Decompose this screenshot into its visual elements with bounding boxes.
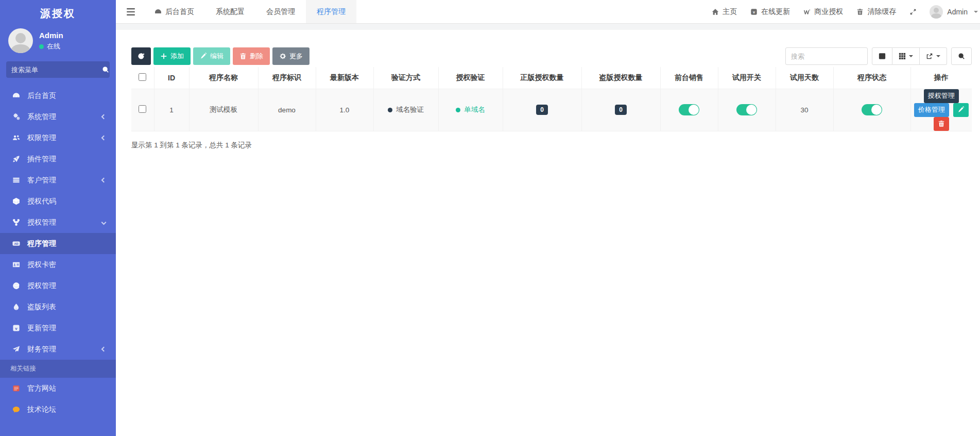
header-trial-switch: 试用开关: [718, 67, 776, 89]
row-checkbox[interactable]: [139, 105, 146, 113]
gears-icon: [11, 113, 21, 121]
tab-programs[interactable]: 程序管理: [306, 0, 356, 23]
status-toggle[interactable]: [862, 104, 882, 115]
sidebar-item-finance[interactable]: 财务管理: [0, 339, 116, 360]
vimeo-icon: v: [750, 8, 758, 15]
edit-button[interactable]: 编辑: [193, 47, 230, 65]
user-status: 在线: [47, 42, 60, 51]
cell-pirated-count: 0: [581, 89, 660, 131]
sidebar-item-customers[interactable]: 客户管理: [0, 170, 116, 191]
header-operations: 操作: [910, 67, 972, 89]
cell-identifier: demo: [258, 89, 316, 131]
delete-button[interactable]: 删除: [233, 47, 270, 65]
top-navbar: 后台首页 系统配置 会员管理 程序管理 主页 v 在线更新 商: [116, 0, 980, 24]
cell-version: 1.0: [316, 89, 373, 131]
website-icon: [11, 384, 21, 392]
pagination-summary: 显示第 1 到第 1 条记录，总共 1 条记录: [131, 141, 972, 150]
sidebar-item-auth-cards[interactable]: 授权卡密: [0, 254, 116, 275]
sidebar-item-pirated-list[interactable]: 盗版列表: [0, 296, 116, 317]
tab-members[interactable]: 会员管理: [255, 0, 306, 23]
vimeo-icon: v: [11, 324, 21, 332]
paper-plane-icon: [11, 345, 21, 353]
chevron-left-icon: [101, 178, 107, 183]
add-button[interactable]: 添加: [153, 47, 191, 65]
cell-verify-method: 域名验证: [373, 89, 438, 131]
columns-toggle-button[interactable]: [892, 47, 920, 65]
header-id: ID: [154, 67, 189, 89]
view-button-group: [872, 47, 947, 65]
header-identifier: 程序标识: [258, 67, 316, 89]
user-profile: Admin 在线: [0, 23, 116, 59]
auth-manage-button[interactable]: 授权管理: [924, 89, 959, 103]
header-auth-verify: 授权验证: [438, 67, 503, 89]
caret-down-icon: [909, 55, 913, 57]
sidebar: 源授权 Admin 在线 后台首页 系统管理 权限管理: [0, 0, 116, 436]
price-manage-button[interactable]: 价格管理: [914, 103, 949, 117]
user-menu[interactable]: Admin: [923, 5, 979, 19]
sidebar-item-system[interactable]: 系统管理: [0, 106, 116, 127]
home-icon: [712, 8, 719, 15]
sidebar-menu: 后台首页 系统管理 权限管理 插件管理 客户管理 授权代码 授权管理: [0, 85, 116, 436]
user-name: Admin: [39, 30, 63, 41]
content-divider: [116, 24, 980, 30]
navbar-actions: 主页 v 在线更新 商业授权 清除缓存 Admin: [705, 0, 980, 23]
tab-dashboard[interactable]: 后台首页: [144, 0, 205, 23]
sidebar-link-forum[interactable]: 技术论坛: [0, 399, 116, 420]
trial-toggle[interactable]: [736, 104, 757, 115]
sidebar-item-dashboard[interactable]: 后台首页: [0, 85, 116, 106]
header-genuine-count: 正版授权数量: [503, 67, 581, 89]
users-icon: [11, 134, 21, 142]
sidebar-item-auth-code[interactable]: 授权代码: [0, 191, 116, 212]
menu-search-input[interactable]: [11, 66, 102, 74]
search-icon[interactable]: [102, 66, 109, 73]
home-link[interactable]: 主页: [705, 0, 744, 23]
count-badge: 0: [615, 105, 627, 115]
avatar[interactable]: [8, 28, 33, 53]
cell-status: [833, 89, 910, 131]
row-delete-button[interactable]: [934, 117, 949, 131]
chevron-left-icon: [101, 136, 107, 141]
main-area: 后台首页 系统配置 会员管理 程序管理 主页 v 在线更新 商: [116, 0, 980, 436]
clear-cache-link[interactable]: 清除缓存: [850, 0, 903, 23]
cell-auth-verify: 单域名: [438, 89, 503, 131]
fork-icon: [11, 219, 21, 226]
svg-text:v: v: [15, 326, 18, 331]
caret-down-icon: [974, 11, 978, 13]
more-button[interactable]: 更多: [272, 47, 310, 65]
sidebar-item-auth-manage-2[interactable]: 授权管理: [0, 275, 116, 296]
header-trial-days: 试用天数: [776, 67, 833, 89]
browser-icon: [11, 282, 21, 290]
forum-icon: [11, 406, 21, 413]
tab-system-config[interactable]: 系统配置: [205, 0, 255, 23]
header-pirated-count: 盗版授权数量: [581, 67, 660, 89]
table-icon: [11, 176, 21, 184]
w-brand-icon: [803, 8, 811, 15]
detail-view-button[interactable]: [872, 47, 892, 65]
row-edit-button[interactable]: [953, 103, 969, 117]
table-search-input[interactable]: [785, 47, 868, 65]
nav-tabs: 后台首页 系统配置 会员管理 程序管理: [144, 0, 356, 23]
chevron-left-icon: [101, 347, 107, 352]
online-update-link[interactable]: v 在线更新: [744, 0, 797, 23]
brand-title: 源授权: [0, 0, 116, 23]
table-header-row: ID 程序名称 程序标识 最新版本 验证方式 授权验证 正版授权数量 盗版授权数…: [131, 67, 972, 89]
sidebar-item-permissions[interactable]: 权限管理: [0, 127, 116, 148]
sidebar-item-plugins[interactable]: 插件管理: [0, 148, 116, 170]
refresh-button[interactable]: [131, 47, 151, 65]
sidebar-item-auth-manage[interactable]: 授权管理: [0, 212, 116, 233]
sidebar-item-updates[interactable]: v 更新管理: [0, 317, 116, 339]
status-dot-icon: [456, 108, 460, 112]
select-all-checkbox[interactable]: [139, 73, 146, 81]
commercial-license-link[interactable]: 商业授权: [797, 0, 850, 23]
advanced-search-button[interactable]: [951, 47, 972, 65]
front-sale-toggle[interactable]: [679, 104, 699, 115]
sidebar-link-official-site[interactable]: 官方网站: [0, 378, 116, 399]
sidebar-toggle-icon[interactable]: [116, 0, 144, 23]
export-button[interactable]: [920, 47, 947, 65]
cell-id: 1: [154, 89, 189, 131]
trash-icon: [856, 8, 864, 15]
sidebar-item-programs[interactable]: AD 程序管理: [0, 233, 116, 254]
status-dot-icon: [388, 108, 392, 112]
online-status-icon: [39, 44, 44, 49]
fullscreen-icon[interactable]: [903, 0, 923, 23]
